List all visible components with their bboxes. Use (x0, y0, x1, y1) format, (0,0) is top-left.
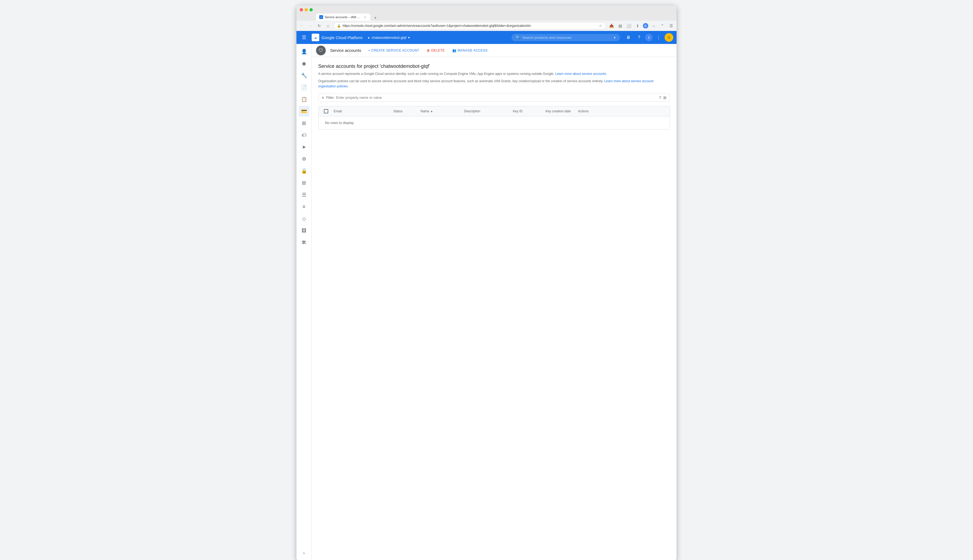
security-icon: 🔒 (301, 168, 307, 174)
description-1: A service account represents a Google Cl… (318, 72, 670, 77)
browser-menu: 📥 ▤ ⬜ ℹ G ⬦ ⌃ ☰ (608, 23, 674, 29)
sidebar-item-tags[interactable]: 🏷 (299, 130, 309, 140)
sidebar-item-stack[interactable]: ☰ (299, 189, 309, 200)
sidebar-item-table[interactable]: ⊞ (299, 177, 309, 188)
sidebar-item-workload[interactable]: ⊞ (299, 118, 309, 128)
help-icon[interactable]: ? (634, 33, 644, 42)
project-name: chatwootdemobot-glqf (372, 35, 406, 40)
extensions-icon[interactable]: ⬦ (651, 23, 657, 29)
bookmark-icon[interactable]: ☆ (599, 23, 602, 28)
sidebar-item-images[interactable]: 🖼 (299, 225, 309, 236)
cloud-shell-icon[interactable]: 🖥 (623, 33, 633, 42)
url-bar[interactable]: 🔒 https://console.cloud.google.com/iam-a… (334, 22, 606, 29)
labels-icon: ◇ (302, 216, 306, 222)
sidebar-item-service-accounts[interactable]: 💳 (299, 106, 309, 117)
sidebar-item-labels[interactable]: ◇ (299, 213, 309, 224)
expand-icon: › (303, 550, 305, 556)
refresh-button[interactable]: ↻ (316, 23, 322, 29)
app-logo: ☁ Google Cloud Platform (312, 33, 363, 41)
filter-actions: ? ⊞ (659, 95, 666, 100)
reader-view-icon[interactable]: ▤ (617, 23, 623, 29)
filter-columns-icon[interactable]: ⊞ (663, 95, 666, 100)
th-email[interactable]: Email (332, 107, 391, 116)
th-key-id[interactable]: Key ID (511, 107, 543, 116)
tab-favicon: G (319, 15, 323, 19)
notifications-badge[interactable]: 1 (645, 33, 653, 41)
manage-access-button[interactable]: 👥 MANAGE ACCESS (450, 47, 490, 54)
th-description[interactable]: Description (462, 107, 511, 116)
sidebar-item-forward[interactable]: ➤ (299, 142, 309, 152)
sidebar-item-audit[interactable]: 📋 (299, 94, 309, 105)
filter-input[interactable] (336, 95, 657, 100)
page-content: Service accounts for project 'chatwootde… (312, 57, 676, 560)
project-dropdown-icon: ▾ (408, 35, 410, 40)
project-arrow-icon: ▸ (368, 35, 370, 40)
person-icon: 👤 (301, 48, 307, 55)
search-dropdown-icon: ▾ (614, 35, 616, 40)
back-button[interactable]: ← (299, 23, 305, 29)
select-all-checkbox[interactable] (324, 109, 328, 113)
th-name[interactable]: Name ▲ (418, 107, 462, 116)
nav-menu-button[interactable]: ☰ (300, 32, 309, 43)
sidebar-item-settings[interactable]: ⚙ (299, 153, 309, 164)
page-title: Service accounts for project 'chatwootde… (318, 63, 670, 69)
audit-icon: 📋 (301, 96, 307, 102)
workload-icon: ⊞ (302, 120, 306, 126)
tag-icon: 🏷 (302, 132, 307, 138)
identity-icon: ◉ (302, 60, 306, 67)
pip-icon[interactable]: ⬜ (626, 23, 632, 29)
sort-icon: ▲ (430, 110, 433, 113)
sync-icon[interactable]: ⌃ (659, 23, 666, 29)
delete-button[interactable]: 🗑 DELETE (424, 47, 447, 54)
description-2: Organisation policies can be used to sec… (318, 79, 670, 89)
sidebar-item-tools2[interactable]: 🛠 (299, 237, 309, 248)
settings-icon: ⚙ (302, 156, 306, 162)
sidebar-item-security[interactable]: 🔒 (299, 165, 309, 177)
tool2-icon: 🛠 (302, 240, 307, 245)
forward-button[interactable]: → (307, 23, 314, 29)
project-selector[interactable]: ▸ chatwootdemobot-glqf ▾ (366, 35, 412, 41)
new-tab-button[interactable]: + (372, 15, 378, 21)
nav-right-actions: 🖥 ? 1 ⋮ U (623, 33, 673, 42)
sidebar-item-tools[interactable]: 🔧 (299, 70, 309, 81)
wrench-icon: 🔧 (301, 72, 307, 78)
th-key-creation-date[interactable]: Key creation date (543, 107, 576, 116)
description-text-2: Organisation policies can be used to sec… (318, 79, 603, 83)
sidebar-item-docs[interactable]: 📄 (299, 82, 309, 93)
filter-bar[interactable]: ≡ Filter ? ⊞ (318, 93, 670, 102)
no-rows-message: No rows to display (319, 117, 670, 129)
sidebar-item-text[interactable]: ≡ (299, 201, 309, 212)
sidebar-item-identity[interactable]: ◉ (299, 58, 309, 69)
home-button[interactable]: ⌂ (325, 23, 331, 29)
filter-help-icon[interactable]: ? (659, 95, 661, 100)
active-tab[interactable]: G Service accounts – IAM & Admi × (316, 13, 370, 21)
search-input[interactable] (522, 35, 612, 40)
sub-header-actions: + CREATE SERVICE ACCOUNT 🗑 DELETE 👥 MANA… (366, 47, 490, 54)
stack-icon: ☰ (302, 192, 306, 198)
extension-icon[interactable]: G (643, 23, 648, 28)
sidebar: 👤 ◉ 🔧 📄 📋 💳 ⊞ (297, 44, 312, 560)
sidebar-item-iam[interactable]: 👤 (299, 46, 309, 57)
learn-more-link-1[interactable]: Learn more about service accounts. (555, 72, 607, 76)
user-avatar[interactable]: U (664, 33, 673, 42)
create-service-account-button[interactable]: + CREATE SERVICE ACCOUNT (366, 47, 422, 54)
description-text-1: A service account represents a Google Cl… (318, 72, 554, 76)
th-checkbox[interactable] (320, 107, 332, 116)
browser-menu-button[interactable]: ☰ (668, 23, 674, 29)
top-navigation: ☰ ☁ Google Cloud Platform ▸ chatwootdemo… (297, 31, 676, 44)
sidebar-expand-button[interactable]: › (299, 548, 309, 558)
info-icon[interactable]: ℹ (634, 23, 641, 29)
minimize-window-button[interactable] (305, 8, 308, 12)
more-options-icon[interactable]: ⋮ (654, 33, 664, 42)
th-status[interactable]: Status (391, 107, 418, 116)
address-bar-row: ← → ↻ ⌂ 🔒 https://console.cloud.google.c… (297, 21, 676, 31)
service-accounts-icon: 💳 (301, 108, 307, 114)
pocket-icon[interactable]: 📥 (608, 23, 615, 29)
search-bar[interactable]: 🔍 ▾ (511, 34, 620, 41)
maximize-window-button[interactable] (309, 8, 313, 12)
tab-close-button[interactable]: × (363, 15, 367, 19)
th-actions: Actions (576, 107, 597, 116)
sub-header-title: Service accounts (330, 48, 361, 53)
text-icon: ≡ (302, 204, 305, 210)
close-window-button[interactable] (300, 8, 303, 12)
